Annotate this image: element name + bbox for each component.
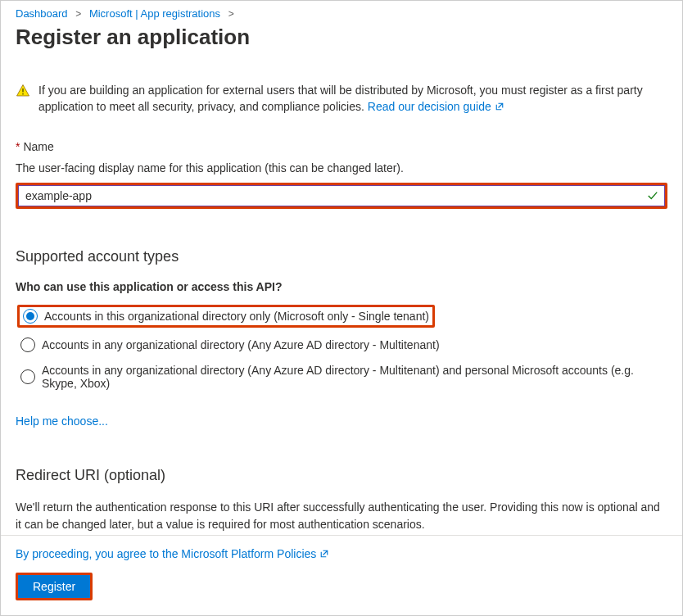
external-link-icon <box>495 100 504 116</box>
breadcrumb-separator: > <box>75 8 81 20</box>
valid-check-icon <box>647 190 658 202</box>
svg-rect-0 <box>22 88 24 93</box>
platform-policies-text: By proceeding, you agree to the Microsof… <box>16 547 667 561</box>
warning-icon <box>16 83 30 98</box>
breadcrumb-app-registrations[interactable]: Microsoft | App registrations <box>89 7 220 20</box>
breadcrumb-separator: > <box>228 8 234 20</box>
first-party-warning: If you are building an application for e… <box>16 83 667 116</box>
name-label: *Name <box>16 140 667 153</box>
breadcrumb-dashboard[interactable]: Dashboard <box>16 7 68 20</box>
account-type-radio-group: Accounts in this organizational director… <box>17 305 667 392</box>
account-types-title: Supported account types <box>16 248 667 265</box>
account-type-highlight: Accounts in this organizational director… <box>17 305 435 328</box>
breadcrumb: Dashboard > Microsoft | App registration… <box>16 1 667 20</box>
footer: By proceeding, you agree to the Microsof… <box>1 535 682 615</box>
name-description: The user-facing display name for this ap… <box>16 161 667 174</box>
name-highlight <box>16 183 667 209</box>
svg-rect-1 <box>22 93 24 95</box>
platform-policies-link[interactable]: By proceeding, you agree to the Microsof… <box>16 547 329 560</box>
warning-text: If you are building an application for e… <box>38 83 667 116</box>
radio-single-tenant[interactable]: Accounts in this organizational director… <box>20 307 432 325</box>
register-button[interactable]: Register <box>18 575 90 598</box>
redirect-uri-title: Redirect URI (optional) <box>16 467 667 484</box>
account-types-question: Who can use this application or access t… <box>16 280 667 293</box>
app-name-input[interactable] <box>18 185 665 206</box>
help-me-choose-link[interactable]: Help me choose... <box>16 414 108 428</box>
external-link-icon <box>319 548 329 561</box>
radio-multitenant[interactable]: Accounts in any organizational directory… <box>17 336 667 354</box>
register-app-page: Dashboard > Microsoft | App registration… <box>0 0 683 616</box>
register-highlight: Register <box>16 573 93 600</box>
radio-multitenant-personal[interactable]: Accounts in any organizational directory… <box>17 362 667 392</box>
decision-guide-link[interactable]: Read our decision guide <box>368 100 504 113</box>
page-title: Register an application <box>16 25 667 50</box>
redirect-uri-description: We'll return the authentication response… <box>16 499 667 533</box>
